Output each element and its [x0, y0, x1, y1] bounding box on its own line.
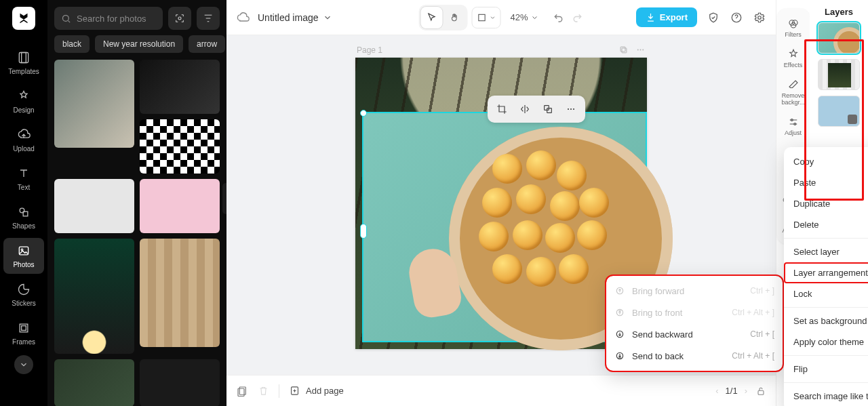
- page-label: Page 1: [357, 45, 382, 55]
- photo-thumb[interactable]: [140, 239, 220, 347]
- sub-send-backward[interactable]: Send backward Ctrl + [: [606, 323, 783, 345]
- photo-thumb[interactable]: [54, 60, 134, 148]
- layer-thumb-bg[interactable]: [818, 96, 860, 127]
- ctx-select-layer[interactable]: Select layer›: [784, 241, 868, 262]
- photo-thumb[interactable]: [140, 359, 220, 406]
- rr-filters[interactable]: Filters: [778, 14, 808, 43]
- svg-rect-1: [22, 53, 26, 63]
- rail-photos[interactable]: Photos: [3, 238, 44, 274]
- export-button[interactable]: Export: [636, 7, 697, 27]
- layer-arrangement-submenu: Bring forward Ctrl + ] Bring to front Ct…: [606, 276, 783, 371]
- app-logo[interactable]: [12, 7, 35, 30]
- ctx-search-like[interactable]: Search image like this: [784, 386, 868, 406]
- rail-text[interactable]: Text: [3, 161, 44, 197]
- layer-thumb-1[interactable]: [818, 22, 860, 54]
- photo-thumb[interactable]: [54, 239, 134, 354]
- next-page-button[interactable]: ›: [745, 386, 747, 396]
- photo-thumb[interactable]: [54, 179, 134, 233]
- document-title[interactable]: Untitled image: [258, 12, 332, 23]
- shield-icon[interactable]: [707, 11, 720, 24]
- context-menu: CopyCtrl + C PasteCtrl + V DuplicateCtrl…: [784, 147, 868, 406]
- ctx-paste[interactable]: PasteCtrl + V: [784, 172, 868, 193]
- resize-handle[interactable]: [360, 224, 367, 239]
- crop-icon: [496, 104, 507, 115]
- svg-rect-10: [479, 14, 485, 20]
- svg-point-12: [758, 16, 762, 19]
- cursor-tool[interactable]: [420, 7, 442, 28]
- photo-thumb[interactable]: [140, 119, 220, 174]
- scan-button[interactable]: [168, 7, 191, 30]
- svg-rect-7: [22, 326, 26, 331]
- resize-dropdown[interactable]: [471, 7, 500, 28]
- rr-adjust[interactable]: Adjust: [778, 112, 808, 141]
- ctx-set-bg[interactable]: Set as background: [784, 310, 868, 331]
- chip-nyr[interactable]: New year resolution: [95, 35, 183, 53]
- ctx-color-theme[interactable]: Apply color theme: [784, 331, 868, 352]
- ctx-lock[interactable]: Lock: [784, 283, 868, 304]
- page-more-icon[interactable]: [635, 45, 646, 55]
- help-icon[interactable]: [730, 11, 743, 24]
- svg-rect-0: [19, 53, 28, 63]
- rail-label: Templates: [8, 68, 39, 75]
- upload-icon: [16, 127, 31, 142]
- rail-more-button[interactable]: [14, 355, 33, 374]
- add-page-button[interactable]: Add page: [289, 385, 344, 397]
- rail-templates[interactable]: Templates: [3, 45, 44, 81]
- chip-black[interactable]: black: [54, 35, 90, 53]
- rail-stickers[interactable]: Stickers: [3, 277, 44, 312]
- svg-rect-4: [19, 247, 28, 255]
- rail-frames[interactable]: Frames: [3, 315, 44, 351]
- photos-icon: [16, 243, 31, 258]
- rail-label: Upload: [13, 145, 35, 153]
- settings-icon[interactable]: [753, 11, 766, 24]
- ctx-copy[interactable]: CopyCtrl + C: [784, 151, 868, 172]
- zoom-value: 42%: [510, 12, 528, 22]
- ctx-layer-arrangement[interactable]: Layer arrangement›: [784, 262, 868, 283]
- filter-button[interactable]: [197, 7, 220, 30]
- rail-upload[interactable]: Upload: [3, 122, 44, 158]
- templates-icon: [16, 50, 31, 65]
- hand-tool[interactable]: [443, 7, 465, 28]
- redo-button[interactable]: [572, 12, 584, 24]
- svg-point-21: [570, 108, 572, 110]
- ctx-delete[interactable]: Delete: [784, 214, 868, 235]
- ctx-duplicate[interactable]: DuplicateCtrl+D: [784, 193, 868, 214]
- photo-thumb[interactable]: [140, 179, 220, 233]
- ctx-flip[interactable]: Flip›: [784, 359, 868, 380]
- zoom-control[interactable]: 42%: [510, 12, 538, 22]
- rr-effects[interactable]: Effects: [778, 44, 808, 73]
- photo-thumb[interactable]: [140, 60, 220, 114]
- prev-page-button[interactable]: ‹: [715, 386, 718, 396]
- photo-thumb[interactable]: [54, 359, 134, 406]
- svg-rect-14: [620, 47, 625, 52]
- search-input[interactable]: Search for photos: [54, 7, 163, 30]
- canvas-area[interactable]: Page 1: [226, 35, 776, 375]
- crop-button[interactable]: [492, 99, 512, 119]
- layer-thumb-2[interactable]: [818, 59, 860, 90]
- delete-page-button[interactable]: [258, 385, 269, 397]
- flip-button[interactable]: [515, 99, 535, 119]
- rail-design[interactable]: Design: [3, 83, 44, 119]
- svg-rect-19: [547, 108, 552, 113]
- page-pager: ‹ 1/1 ›: [715, 386, 747, 396]
- cloud-sync-icon[interactable]: [236, 11, 250, 24]
- sub-send-to-back[interactable]: Send to back Ctrl + Alt + [: [606, 345, 783, 367]
- rail-shapes[interactable]: Shapes: [3, 199, 44, 235]
- undo-button[interactable]: [553, 12, 565, 24]
- left-rail: Templates Design Upload Text Shapes Phot…: [0, 0, 47, 406]
- chip-arrow[interactable]: arrow: [189, 35, 225, 53]
- rail-label: Photos: [13, 261, 34, 268]
- trash-icon: [258, 385, 269, 397]
- resize-handle[interactable]: [360, 110, 367, 117]
- frames-icon: [16, 321, 31, 336]
- pages-overview-button[interactable]: [236, 385, 248, 397]
- lock-icon[interactable]: [755, 386, 766, 397]
- layer-food-selected[interactable]: [362, 112, 647, 342]
- canvas-page[interactable]: [355, 58, 647, 349]
- detach-button[interactable]: [538, 99, 558, 119]
- svg-point-8: [63, 15, 69, 21]
- rr-remove-bg[interactable]: Remove backgr...: [778, 75, 808, 110]
- sub-bring-front: Bring to front Ctrl + Alt + ]: [606, 302, 783, 323]
- more-button[interactable]: [561, 99, 581, 119]
- duplicate-page-icon[interactable]: [618, 45, 629, 55]
